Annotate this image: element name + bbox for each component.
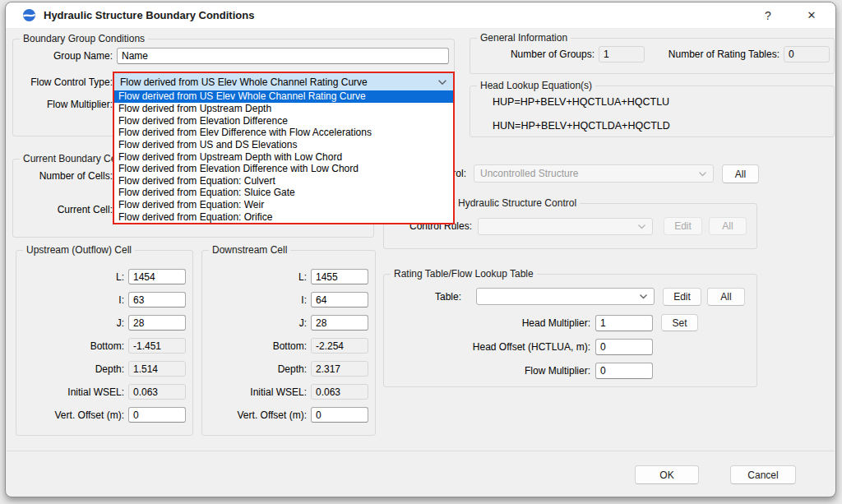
cell-field-value[interactable]: 64 <box>311 292 368 307</box>
cell-field-value[interactable]: 28 <box>128 315 186 331</box>
downstream-cell-rows: L: 1455 I: 64 J: 28 Bottom: -2.254 Depth… <box>202 269 375 430</box>
hydraulic-structure-boundary-conditions-dialog: Hydraulic Structure Boundary Conditions … <box>5 2 836 497</box>
hydraulic-structure-control-title: Hydraulic Structure Control <box>455 197 580 209</box>
help-button[interactable]: ? <box>750 2 786 28</box>
table-edit-button[interactable]: Edit <box>663 288 701 306</box>
cell-field-value[interactable]: 0 <box>311 407 368 423</box>
cell-field-label: Bottom: <box>202 340 307 352</box>
dropdown-item-label: Flow derived from Equation: Orifice <box>118 211 272 223</box>
upstream-cell-rows: L: 1454 I: 63 J: 28 Bottom: -1.451 Depth… <box>16 269 192 430</box>
cell-field-value[interactable]: 1454 <box>128 269 186 284</box>
chevron-down-icon <box>698 171 707 177</box>
table-combobox[interactable] <box>476 288 655 305</box>
head-multiplier-label: Head Multiplier: <box>459 317 590 330</box>
cell-field-value: 0.063 <box>311 384 368 400</box>
dropdown-item-label: Flow derived from Equation: Weir <box>118 199 264 210</box>
titlebar: Hydraulic Structure Boundary Conditions … <box>6 2 835 29</box>
cell-field-row: Depth: 2.317 <box>202 361 375 377</box>
cell-field-row: Initial WSEL: 0.063 <box>16 384 192 400</box>
dropdown-item[interactable]: Flow derived from Upstream Depth with Lo… <box>114 150 453 163</box>
set-button[interactable]: Set <box>661 314 698 331</box>
group-name-input[interactable]: Name <box>117 48 449 64</box>
control-rules-all-button: All <box>709 217 747 235</box>
dropdown-item[interactable]: Flow derived from Equation: Orifice <box>114 210 453 223</box>
dropdown-item-label: Flow derived from Elev Difference with F… <box>118 127 372 138</box>
cell-field-label: I: <box>202 294 307 306</box>
flow-control-annotation-box: Flow derived from US Elev Whole Channel … <box>113 72 455 224</box>
rating-flow-multiplier-label: Flow Multiplier: <box>459 365 590 377</box>
dropdown-item[interactable]: Flow derived from Equation: Sluice Gate <box>114 187 453 199</box>
cell-field-label: Initial WSEL: <box>16 386 124 398</box>
control-rules-edit-button: Edit <box>664 217 702 235</box>
cancel-button[interactable]: Cancel <box>730 465 796 484</box>
dropdown-item[interactable]: Flow derived from Elevation Difference w… <box>114 163 453 175</box>
cell-field-label: J: <box>16 317 124 329</box>
cell-field-value[interactable]: 1455 <box>311 269 368 284</box>
cell-field-row: J: 28 <box>202 315 375 331</box>
number-of-groups-label: Number of Groups: <box>471 49 594 61</box>
app-icon <box>22 8 36 22</box>
cell-field-row: L: 1455 <box>202 269 375 284</box>
current-boundary-cell-title: Current Boundary Cell <box>20 153 124 164</box>
control-combobox: Uncontrolled Structure <box>474 164 714 183</box>
cell-field-value: -1.451 <box>128 338 186 354</box>
close-button[interactable]: ✕ <box>793 2 830 28</box>
cell-field-label: L: <box>202 271 307 283</box>
number-of-rating-tables-label: Number of Rating Tables: <box>640 49 780 61</box>
dropdown-item-label: Flow derived from US and DS Elevations <box>118 139 297 150</box>
cell-field-label: Bottom: <box>16 340 124 352</box>
dropdown-item[interactable]: Flow derived from Elev Difference with F… <box>114 127 453 139</box>
head-multiplier-input[interactable]: 1 <box>595 315 653 331</box>
dropdown-item[interactable]: Flow derived from Equation: Weir <box>114 199 453 211</box>
head-offset-input[interactable]: 0 <box>595 339 653 355</box>
cell-field-value: 1.514 <box>128 361 186 377</box>
cell-field-row: Depth: 1.514 <box>16 361 192 377</box>
downstream-cell-groupbox: Downstream Cell L: 1455 I: 64 J: 28 Bott… <box>201 250 376 436</box>
table-label: Table: <box>396 291 461 303</box>
cell-field-row: Initial WSEL: 0.063 <box>202 384 375 400</box>
cell-field-value: 2.317 <box>311 361 368 377</box>
flow-control-type-selected-value: Flow derived from US Elev Whole Channel … <box>120 76 368 88</box>
dropdown-item-label: Flow derived from Upstream Depth with Lo… <box>118 151 342 163</box>
dropdown-item-label: Flow derived from US Elev Whole Channel … <box>118 90 366 102</box>
rating-table-title: Rating Table/Flow Lookup Table <box>391 268 537 280</box>
dropdown-item-label: Flow derived from Elevation Difference w… <box>118 163 359 174</box>
control-combobox-value: Uncontrolled Structure <box>480 168 578 179</box>
cell-field-value: 0.063 <box>128 384 186 400</box>
general-information-title: General Information <box>477 32 571 44</box>
cell-field-label: L: <box>16 271 124 283</box>
control-all-button[interactable]: All <box>722 164 759 183</box>
upstream-cell-groupbox: Upstream (Outflow) Cell L: 1454 I: 63 J:… <box>16 250 193 436</box>
chevron-down-icon <box>639 294 648 299</box>
dropdown-item[interactable]: Flow derived from Upstream Depth <box>114 103 453 115</box>
cell-field-value[interactable]: 0 <box>128 407 186 423</box>
cell-field-row: J: 28 <box>16 315 192 331</box>
group-name-label: Group Name: <box>14 50 113 62</box>
dropdown-item-label: Flow derived from Equation: Sluice Gate <box>118 187 295 198</box>
chevron-down-icon <box>437 79 447 86</box>
cell-field-row: Vert. Offset (m): 0 <box>16 407 192 423</box>
dropdown-item[interactable]: Flow derived from Elevation Difference <box>114 114 453 127</box>
flow-control-type-combobox[interactable]: Flow derived from US Elev Whole Channel … <box>114 73 453 90</box>
cell-field-row: I: 63 <box>16 292 192 307</box>
cell-field-label: Vert. Offset (m): <box>202 409 307 421</box>
number-of-rating-tables-value: 0 <box>784 46 830 62</box>
cell-field-value[interactable]: 28 <box>311 315 368 331</box>
ok-button[interactable]: OK <box>635 465 699 484</box>
cell-field-row: Bottom: -2.254 <box>202 338 375 354</box>
number-of-groups-value: 1 <box>599 46 645 62</box>
cell-field-label: I: <box>16 294 124 306</box>
dropdown-item[interactable]: Flow derived from US Elev Whole Channel … <box>114 90 453 103</box>
dropdown-item[interactable]: Flow derived from US and DS Elevations <box>114 139 453 151</box>
dropdown-item[interactable]: Flow derived from Equation: Culvert <box>114 174 453 187</box>
flow-multiplier-label: Flow Multiplier: <box>14 99 113 111</box>
flow-control-type-label: Flow Control Type: <box>14 76 113 89</box>
cell-field-value[interactable]: 63 <box>128 292 186 307</box>
flow-control-type-dropdown-list: Flow derived from US Elev Whole Channel … <box>114 90 453 223</box>
cell-field-label: Depth: <box>16 363 124 375</box>
table-all-button[interactable]: All <box>707 288 745 306</box>
rating-flow-multiplier-input[interactable]: 0 <box>595 363 653 379</box>
boundary-group-conditions-title: Boundary Group Conditions <box>20 33 148 44</box>
dropdown-item-label: Flow derived from Equation: Culvert <box>118 175 275 187</box>
cell-field-row: Vert. Offset (m): 0 <box>202 407 375 423</box>
